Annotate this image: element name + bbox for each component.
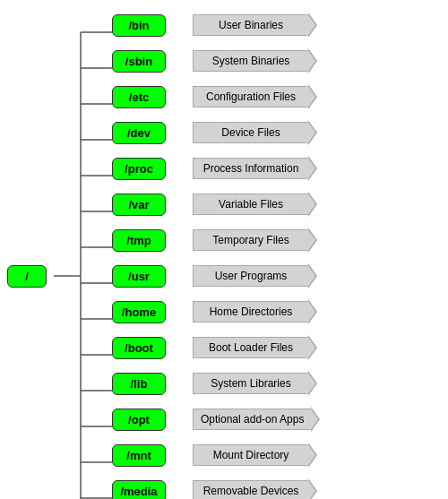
dir-label: /usr bbox=[112, 265, 166, 288]
dir-box: /proc bbox=[112, 158, 184, 180]
root-node: / bbox=[7, 265, 47, 288]
desc-tag: Variable Files bbox=[193, 194, 309, 215]
dir-box: /media bbox=[112, 480, 184, 500]
tree-lines-section bbox=[54, 7, 112, 499]
desc-tag: Optional add-on Apps bbox=[193, 409, 312, 430]
dir-label: /boot bbox=[112, 337, 166, 359]
desc-tag: Configuration Files bbox=[193, 86, 309, 108]
list-item: /usrUser Programs bbox=[112, 260, 448, 292]
desc-tag: System Binaries bbox=[193, 50, 309, 72]
dir-box: /etc bbox=[112, 86, 184, 108]
dir-label: /etc bbox=[112, 86, 166, 108]
list-item: /binUser Binaries bbox=[112, 9, 448, 41]
dir-label: /opt bbox=[112, 409, 166, 431]
diagram: / /binUser Binaries/sbinSystem Binaries/… bbox=[0, 0, 448, 499]
dir-label: /lib bbox=[112, 373, 166, 395]
list-item: /tmpTemporary Files bbox=[112, 224, 448, 256]
dir-label: /var bbox=[112, 194, 166, 216]
desc-tag: Mount Directory bbox=[193, 444, 309, 466]
dir-box: /bin bbox=[112, 14, 184, 37]
dir-box: /tmp bbox=[112, 229, 184, 252]
dir-box: /home bbox=[112, 301, 184, 323]
list-item: /libSystem Libraries bbox=[112, 367, 448, 400]
tree-svg bbox=[54, 7, 112, 499]
root-section: / bbox=[0, 7, 54, 499]
dir-label: /sbin bbox=[112, 50, 166, 73]
dir-box: /boot bbox=[112, 337, 184, 359]
list-item: /homeHome Directories bbox=[112, 296, 448, 328]
dir-label: /bin bbox=[112, 14, 166, 37]
desc-tag: User Binaries bbox=[193, 14, 309, 36]
list-item: /bootBoot Loader Files bbox=[112, 331, 448, 364]
list-item: /procProcess Information bbox=[112, 152, 448, 185]
desc-tag: User Programs bbox=[193, 265, 309, 287]
list-item: /devDevice Files bbox=[112, 116, 448, 149]
dir-label: /home bbox=[112, 301, 166, 323]
desc-tag: Device Files bbox=[193, 122, 309, 143]
dir-box: /lib bbox=[112, 373, 184, 395]
list-item: /mediaRemovable Devices bbox=[112, 475, 448, 499]
dir-box: /usr bbox=[112, 265, 184, 288]
list-item: /sbinSystem Binaries bbox=[112, 45, 448, 77]
desc-tag: Home Directories bbox=[193, 301, 309, 323]
list-item: /varVariable Files bbox=[112, 188, 448, 220]
dir-label: /media bbox=[112, 480, 166, 500]
dir-label: /tmp bbox=[112, 229, 166, 252]
dir-box: /mnt bbox=[112, 444, 184, 467]
desc-tag: System Libraries bbox=[193, 373, 309, 394]
dir-label: /dev bbox=[112, 122, 166, 144]
desc-tag: Removable Devices bbox=[193, 480, 309, 499]
desc-tag: Process Information bbox=[193, 158, 309, 179]
list-item: /mntMount Directory bbox=[112, 439, 448, 471]
items-section: /binUser Binaries/sbinSystem Binaries/et… bbox=[112, 7, 448, 499]
dir-box: /dev bbox=[112, 122, 184, 144]
dir-label: /proc bbox=[112, 158, 166, 180]
list-item: /optOptional add-on Apps bbox=[112, 403, 448, 435]
desc-tag: Boot Loader Files bbox=[193, 337, 309, 358]
desc-tag: Temporary Files bbox=[193, 229, 309, 251]
dir-box: /opt bbox=[112, 409, 184, 431]
list-item: /etcConfiguration Files bbox=[112, 81, 448, 113]
dir-box: /sbin bbox=[112, 50, 184, 73]
dir-label: /mnt bbox=[112, 444, 166, 467]
dir-box: /var bbox=[112, 194, 184, 216]
